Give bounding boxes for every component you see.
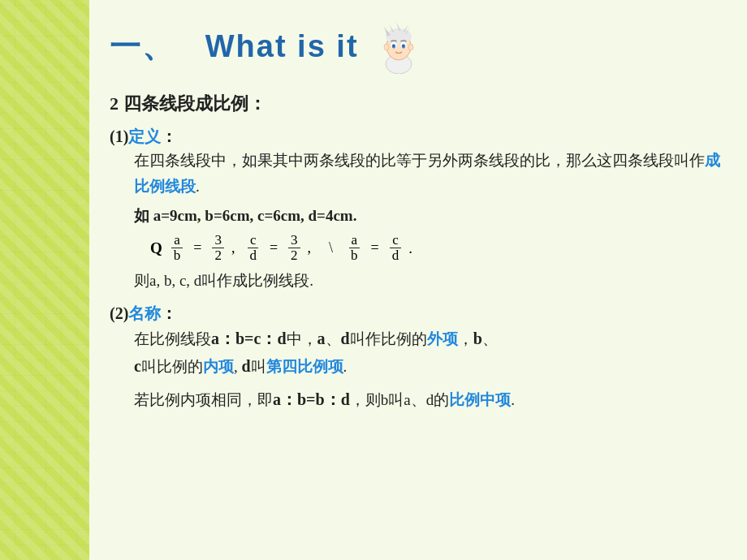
example-line: 如 a=9cm, b=6cm, c=6cm, d=4cm. xyxy=(110,205,723,226)
part2-para2: 若比例内项相同，即a：b=b：d，则b叫a、d的比例中项. xyxy=(110,386,723,413)
part2-title-line: (2)名称： xyxy=(110,303,723,325)
para2-bold: a：b=b：d xyxy=(273,390,350,408)
para1-text2: 叫比例的 xyxy=(141,358,203,375)
title-main: What is it xyxy=(205,29,359,63)
conclusion-text: 则a, b, c, d叫作成比例线段. xyxy=(134,272,313,289)
frac2-numerator: c xyxy=(248,233,259,249)
para1-text1: 叫作比例的 xyxy=(350,330,427,347)
page-title: 一、 What is it xyxy=(110,26,359,67)
equals1: = xyxy=(193,239,201,256)
mosaic-overlay xyxy=(0,0,89,560)
part2-section: (2)名称： 在比例线段a：b=c：d中，a、d叫作比例的外项，b、 c叫比例的… xyxy=(110,303,723,413)
main-content-area: 一、 What is it xyxy=(89,0,747,560)
frac3-denominator: b xyxy=(348,248,361,264)
val2-num: 3 xyxy=(288,233,300,249)
fraction-c-d: c d xyxy=(247,233,259,264)
fraction-3-2-first: 3 2 xyxy=(212,233,224,264)
part1-para-end: . xyxy=(196,178,200,195)
para1-c: c xyxy=(134,357,141,375)
part1-label: (1) xyxy=(110,127,128,145)
comma1: , xyxy=(231,239,235,256)
para1-ext: 外项 xyxy=(427,330,458,347)
para1-comma1: 、 xyxy=(326,330,341,347)
val1-den: 2 xyxy=(212,248,224,264)
para1-fourth: 第四比例项 xyxy=(266,358,343,375)
content-area: 2 四条线段成比例： (1)定义： 在四条线段中，如果其中两条线段的比等于另外两… xyxy=(110,92,723,413)
frac2-denominator: d xyxy=(247,248,259,264)
part2-para1-bold: a：b=c：d xyxy=(211,330,287,347)
para1-comma2: ， xyxy=(458,330,473,347)
comma2: , xyxy=(308,239,312,256)
part1-para: 在四条线段中，如果其中两条线段的比等于另外两条线段的比，那么这四条线段叫作成比例… xyxy=(110,148,723,200)
para1-end: . xyxy=(343,358,348,375)
svg-point-16 xyxy=(408,44,413,50)
frac1-denominator: b xyxy=(171,248,184,264)
fraction-a-b-2: a b xyxy=(348,233,361,264)
part2-para1-pre: 在比例线段 xyxy=(134,330,211,347)
left-background-mosaic xyxy=(0,0,89,560)
svg-point-13 xyxy=(392,45,394,47)
para2-mid: 比例中项 xyxy=(449,391,511,408)
part1-title-line: (1)定义： xyxy=(110,126,723,148)
part1-keyword: 定义 xyxy=(128,127,161,145)
conclusion-line: 则a, b, c, d叫作成比例线段. xyxy=(110,270,723,291)
para1-int: 内项 xyxy=(203,358,234,375)
section2-title: 2 四条线段成比例： xyxy=(110,92,723,116)
part1-colon: ： xyxy=(161,127,177,145)
para1-comma3: 、 xyxy=(482,330,498,347)
title-area: 一、 What is it xyxy=(110,15,723,74)
fraction-3-2-second: 3 2 xyxy=(288,233,300,264)
para1-d: d xyxy=(341,330,350,347)
equals3: = xyxy=(371,239,379,256)
frac4-numerator: c xyxy=(390,233,401,249)
example-text: 如 a=9cm, b=6cm, c=6cm, d=4cm. xyxy=(134,207,356,224)
part2-keyword: 名称 xyxy=(128,304,161,322)
frac1-numerator: a xyxy=(171,233,183,249)
fraction-a-b: a b xyxy=(171,233,184,264)
formula-area: Q a b = 3 2 , c d = 3 2 xyxy=(110,233,723,264)
frac4-denominator: d xyxy=(390,248,402,264)
part2-label: (2) xyxy=(110,304,128,322)
para1-text3: 叫 xyxy=(251,358,266,375)
para1-comma4: , xyxy=(234,358,242,375)
val2-den: 2 xyxy=(288,248,300,264)
part2-para1: 在比例线段a：b=c：d中，a、d叫作比例的外项，b、 c叫比例的内项, d叫第… xyxy=(110,325,723,381)
frac3-numerator: a xyxy=(349,233,361,249)
formula-q-label: Q xyxy=(150,239,162,257)
backslash-separator: \ xyxy=(329,239,333,256)
val1-num: 3 xyxy=(212,233,224,249)
para2-pre: 若比例内项相同，即 xyxy=(134,391,273,408)
fraction-c-d-2: c d xyxy=(390,233,402,264)
equals2: = xyxy=(270,239,278,256)
para2-end: . xyxy=(511,391,515,408)
para2-comma: ，则b叫a、d的 xyxy=(350,391,449,408)
character-icon xyxy=(371,19,426,74)
svg-point-14 xyxy=(402,45,404,47)
section2-label-text: 2 四条线段成比例： xyxy=(110,93,266,114)
para1-a: a xyxy=(317,330,326,347)
part1-para-text: 在四条线段中，如果其中两条线段的比等于另外两条线段的比，那么这四条线段叫作 xyxy=(134,152,705,169)
period: . xyxy=(408,239,412,257)
part2-colon: ： xyxy=(161,304,177,322)
part2-para1-mid: 中， xyxy=(287,330,317,347)
svg-point-15 xyxy=(384,44,389,50)
title-prefix: 一、 xyxy=(110,29,175,63)
para1-d2: d xyxy=(241,357,250,375)
para1-b: b xyxy=(473,330,482,347)
part1-section: (1)定义： 在四条线段中，如果其中两条线段的比等于另外两条线段的比，那么这四条… xyxy=(110,126,723,291)
